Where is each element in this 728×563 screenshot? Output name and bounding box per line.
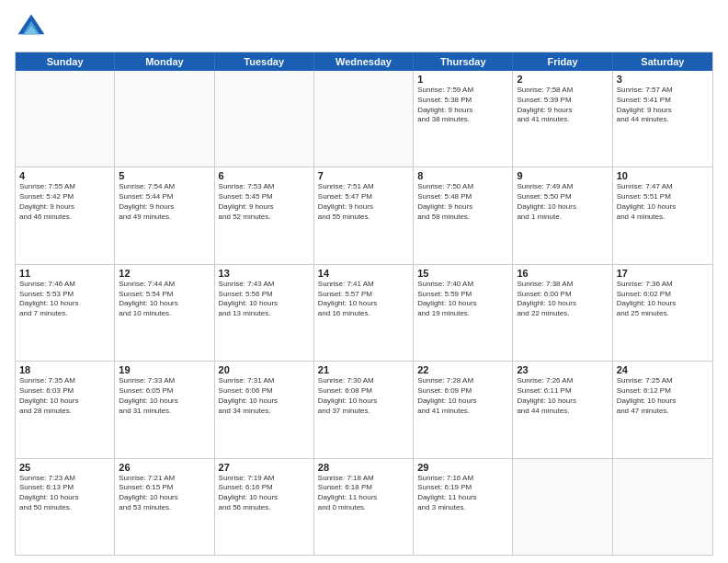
day-info: Sunrise: 7:21 AM Sunset: 6:15 PM Dayligh…	[119, 474, 210, 513]
day-number: 24	[617, 364, 709, 375]
day-info: Sunrise: 7:53 AM Sunset: 5:45 PM Dayligh…	[219, 182, 310, 222]
calendar-cell-empty-0-3	[314, 71, 414, 167]
calendar-cell-empty-4-6	[613, 459, 712, 555]
calendar-cell-4: 4Sunrise: 7:55 AM Sunset: 5:42 PM Daylig…	[16, 167, 115, 263]
calendar-row-2: 11Sunrise: 7:46 AM Sunset: 5:53 PM Dayli…	[16, 265, 712, 362]
header-day-friday: Friday	[513, 52, 612, 71]
day-number: 10	[617, 170, 709, 181]
day-number: 23	[517, 364, 608, 375]
day-info: Sunrise: 7:23 AM Sunset: 6:13 PM Dayligh…	[19, 474, 110, 513]
calendar-cell-3: 3Sunrise: 7:57 AM Sunset: 5:41 PM Daylig…	[613, 71, 712, 167]
day-number: 12	[119, 268, 210, 279]
day-info: Sunrise: 7:30 AM Sunset: 6:08 PM Dayligh…	[318, 376, 409, 416]
calendar-cell-8: 8Sunrise: 7:50 AM Sunset: 5:48 PM Daylig…	[414, 167, 513, 263]
calendar-row-4: 25Sunrise: 7:23 AM Sunset: 6:13 PM Dayli…	[16, 459, 712, 555]
day-number: 11	[19, 268, 110, 279]
day-number: 25	[19, 462, 110, 473]
day-info: Sunrise: 7:59 AM Sunset: 5:38 PM Dayligh…	[417, 86, 508, 125]
day-number: 20	[219, 364, 310, 375]
calendar-cell-28: 28Sunrise: 7:18 AM Sunset: 6:18 PM Dayli…	[314, 459, 414, 555]
calendar-cell-29: 29Sunrise: 7:16 AM Sunset: 6:19 PM Dayli…	[414, 459, 513, 555]
calendar-cell-5: 5Sunrise: 7:54 AM Sunset: 5:44 PM Daylig…	[115, 167, 214, 263]
day-number: 18	[19, 364, 110, 375]
day-number: 13	[219, 268, 310, 279]
calendar-cell-empty-0-2	[215, 71, 314, 167]
header-day-wednesday: Wednesday	[314, 52, 414, 71]
day-info: Sunrise: 7:41 AM Sunset: 5:57 PM Dayligh…	[318, 280, 409, 319]
calendar-cell-14: 14Sunrise: 7:41 AM Sunset: 5:57 PM Dayli…	[314, 265, 414, 361]
day-info: Sunrise: 7:50 AM Sunset: 5:48 PM Dayligh…	[417, 182, 508, 222]
header-day-saturday: Saturday	[613, 52, 712, 71]
day-number: 15	[417, 268, 508, 279]
calendar-body: 1Sunrise: 7:59 AM Sunset: 5:38 PM Daylig…	[16, 71, 712, 555]
page: SundayMondayTuesdayWednesdayThursdayFrid…	[0, 0, 728, 563]
day-info: Sunrise: 7:46 AM Sunset: 5:53 PM Dayligh…	[19, 280, 110, 319]
day-info: Sunrise: 7:16 AM Sunset: 6:19 PM Dayligh…	[417, 474, 508, 513]
day-info: Sunrise: 7:38 AM Sunset: 6:00 PM Dayligh…	[517, 280, 608, 319]
day-number: 22	[417, 364, 508, 375]
day-number: 9	[517, 170, 608, 181]
calendar-cell-16: 16Sunrise: 7:38 AM Sunset: 6:00 PM Dayli…	[513, 265, 612, 361]
logo-icon	[15, 11, 48, 44]
day-info: Sunrise: 7:26 AM Sunset: 6:11 PM Dayligh…	[517, 376, 608, 416]
day-info: Sunrise: 7:25 AM Sunset: 6:12 PM Dayligh…	[617, 376, 709, 416]
day-info: Sunrise: 7:31 AM Sunset: 6:06 PM Dayligh…	[219, 376, 310, 416]
calendar-cell-13: 13Sunrise: 7:43 AM Sunset: 5:56 PM Dayli…	[215, 265, 314, 361]
day-number: 16	[517, 268, 608, 279]
day-info: Sunrise: 7:18 AM Sunset: 6:18 PM Dayligh…	[318, 474, 409, 513]
calendar-cell-18: 18Sunrise: 7:35 AM Sunset: 6:03 PM Dayli…	[16, 362, 115, 457]
calendar-cell-27: 27Sunrise: 7:19 AM Sunset: 6:16 PM Dayli…	[215, 459, 314, 555]
calendar-cell-22: 22Sunrise: 7:28 AM Sunset: 6:09 PM Dayli…	[414, 362, 513, 457]
day-info: Sunrise: 7:40 AM Sunset: 5:59 PM Dayligh…	[417, 280, 508, 319]
header-day-sunday: Sunday	[16, 52, 115, 71]
calendar-cell-26: 26Sunrise: 7:21 AM Sunset: 6:15 PM Dayli…	[115, 459, 214, 555]
header	[15, 11, 713, 44]
day-number: 5	[119, 170, 210, 181]
day-number: 7	[318, 170, 409, 181]
header-day-tuesday: Tuesday	[215, 52, 314, 71]
calendar-row-3: 18Sunrise: 7:35 AM Sunset: 6:03 PM Dayli…	[16, 362, 712, 458]
calendar-row-1: 4Sunrise: 7:55 AM Sunset: 5:42 PM Daylig…	[16, 167, 712, 264]
day-number: 3	[617, 74, 709, 85]
day-number: 21	[318, 364, 409, 375]
calendar-cell-empty-4-5	[513, 459, 612, 555]
day-info: Sunrise: 7:28 AM Sunset: 6:09 PM Dayligh…	[417, 376, 508, 416]
calendar-cell-empty-0-0	[16, 71, 115, 167]
day-info: Sunrise: 7:49 AM Sunset: 5:50 PM Dayligh…	[517, 182, 608, 222]
day-number: 1	[417, 74, 508, 85]
day-number: 19	[119, 364, 210, 375]
calendar-cell-9: 9Sunrise: 7:49 AM Sunset: 5:50 PM Daylig…	[513, 167, 612, 263]
day-info: Sunrise: 7:54 AM Sunset: 5:44 PM Dayligh…	[119, 182, 210, 222]
day-number: 26	[119, 462, 210, 473]
day-info: Sunrise: 7:43 AM Sunset: 5:56 PM Dayligh…	[219, 280, 310, 319]
calendar-cell-12: 12Sunrise: 7:44 AM Sunset: 5:54 PM Dayli…	[115, 265, 214, 361]
calendar-row-0: 1Sunrise: 7:59 AM Sunset: 5:38 PM Daylig…	[16, 71, 712, 167]
calendar-cell-2: 2Sunrise: 7:58 AM Sunset: 5:39 PM Daylig…	[513, 71, 612, 167]
calendar-cell-20: 20Sunrise: 7:31 AM Sunset: 6:06 PM Dayli…	[215, 362, 314, 457]
calendar-cell-23: 23Sunrise: 7:26 AM Sunset: 6:11 PM Dayli…	[513, 362, 612, 457]
day-info: Sunrise: 7:57 AM Sunset: 5:41 PM Dayligh…	[617, 86, 709, 125]
calendar-cell-empty-0-1	[115, 71, 214, 167]
calendar-cell-10: 10Sunrise: 7:47 AM Sunset: 5:51 PM Dayli…	[613, 167, 712, 263]
day-info: Sunrise: 7:35 AM Sunset: 6:03 PM Dayligh…	[19, 376, 110, 416]
day-number: 6	[219, 170, 310, 181]
calendar-cell-19: 19Sunrise: 7:33 AM Sunset: 6:05 PM Dayli…	[115, 362, 214, 457]
calendar: SundayMondayTuesdayWednesdayThursdayFrid…	[15, 52, 713, 556]
day-info: Sunrise: 7:58 AM Sunset: 5:39 PM Dayligh…	[517, 86, 608, 125]
day-info: Sunrise: 7:19 AM Sunset: 6:16 PM Dayligh…	[219, 474, 310, 513]
day-info: Sunrise: 7:51 AM Sunset: 5:47 PM Dayligh…	[318, 182, 409, 222]
calendar-cell-11: 11Sunrise: 7:46 AM Sunset: 5:53 PM Dayli…	[16, 265, 115, 361]
calendar-cell-17: 17Sunrise: 7:36 AM Sunset: 6:02 PM Dayli…	[613, 265, 712, 361]
day-info: Sunrise: 7:55 AM Sunset: 5:42 PM Dayligh…	[19, 182, 110, 222]
day-number: 4	[19, 170, 110, 181]
calendar-header: SundayMondayTuesdayWednesdayThursdayFrid…	[16, 52, 712, 71]
header-day-thursday: Thursday	[414, 52, 513, 71]
calendar-cell-21: 21Sunrise: 7:30 AM Sunset: 6:08 PM Dayli…	[314, 362, 414, 457]
logo	[15, 11, 51, 44]
day-number: 8	[417, 170, 508, 181]
day-number: 27	[219, 462, 310, 473]
header-day-monday: Monday	[115, 52, 214, 71]
calendar-cell-6: 6Sunrise: 7:53 AM Sunset: 5:45 PM Daylig…	[215, 167, 314, 263]
calendar-cell-25: 25Sunrise: 7:23 AM Sunset: 6:13 PM Dayli…	[16, 459, 115, 555]
day-info: Sunrise: 7:36 AM Sunset: 6:02 PM Dayligh…	[617, 280, 709, 319]
